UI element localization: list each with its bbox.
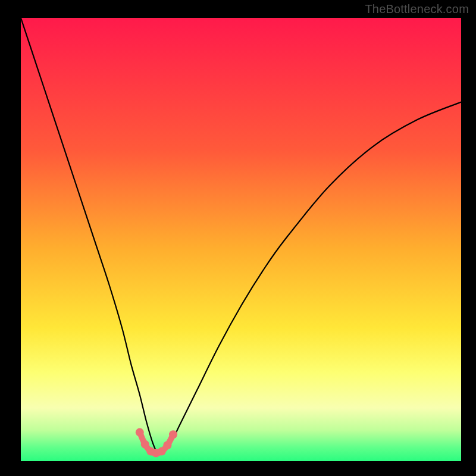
- chart-stage: TheBottleneck.com: [0, 0, 476, 476]
- watermark-text: TheBottleneck.com: [365, 2, 469, 16]
- chart-svg: [0, 0, 476, 476]
- plot-background: [21, 18, 461, 461]
